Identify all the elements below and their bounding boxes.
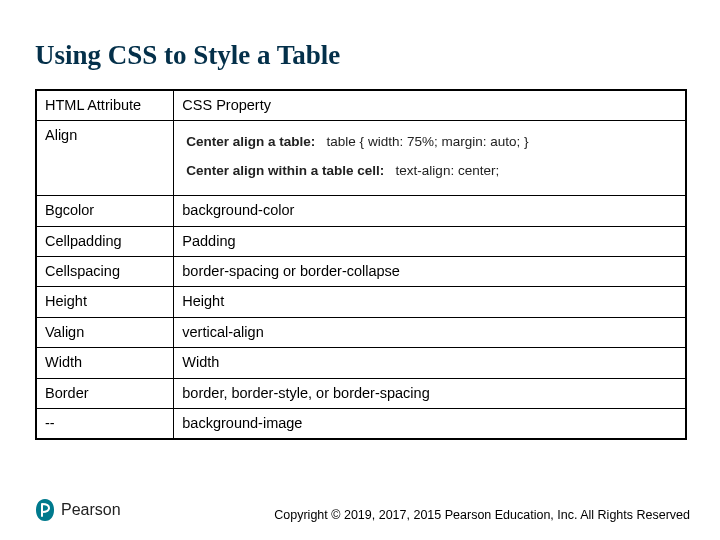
cell-align-css: Center align a table: table { width: 75%… [174, 121, 686, 196]
align-example-2-label: Center align within a table cell: [186, 163, 384, 178]
align-example-2-code: text-align: center; [396, 163, 500, 178]
table-header-row: HTML Attribute CSS Property [36, 90, 686, 121]
cell-css: background-color [174, 196, 686, 226]
slide: Using CSS to Style a Table HTML Attribut… [0, 0, 720, 540]
align-examples: Center align a table: table { width: 75%… [182, 127, 677, 189]
cell-css: Padding [174, 226, 686, 256]
cell-attr: -- [36, 408, 174, 439]
table-row: -- background-image [36, 408, 686, 439]
cell-css: Height [174, 287, 686, 317]
table-row: Cellspacing border-spacing or border-col… [36, 256, 686, 286]
cell-attr: Bgcolor [36, 196, 174, 226]
cell-attr: Border [36, 378, 174, 408]
th-html-attribute: HTML Attribute [36, 90, 174, 121]
table-row-align: Align Center align a table: table { widt… [36, 121, 686, 196]
pearson-logo-icon [35, 498, 55, 522]
cell-attr: Valign [36, 317, 174, 347]
cell-css: background-image [174, 408, 686, 439]
th-css-property: CSS Property [174, 90, 686, 121]
css-table: HTML Attribute CSS Property Align Center… [35, 89, 687, 440]
copyright: Copyright © 2019, 2017, 2015 Pearson Edu… [274, 508, 690, 522]
align-example-1-code: table { width: 75%; margin: auto; } [327, 134, 529, 149]
brand: Pearson [35, 498, 121, 522]
table-row: Height Height [36, 287, 686, 317]
cell-css: Width [174, 348, 686, 378]
cell-css: border-spacing or border-collapse [174, 256, 686, 286]
page-title: Using CSS to Style a Table [35, 40, 690, 71]
align-example-2: Center align within a table cell: text-a… [186, 162, 673, 181]
align-example-1: Center align a table: table { width: 75%… [186, 133, 673, 152]
cell-attr: Cellspacing [36, 256, 174, 286]
table-row: Bgcolor background-color [36, 196, 686, 226]
table-row: Width Width [36, 348, 686, 378]
footer: Pearson Copyright © 2019, 2017, 2015 Pea… [35, 498, 690, 522]
table-row: Cellpadding Padding [36, 226, 686, 256]
table-row: Border border, border-style, or border-s… [36, 378, 686, 408]
cell-css: border, border-style, or border-spacing [174, 378, 686, 408]
cell-align-attr: Align [36, 121, 174, 196]
cell-attr: Cellpadding [36, 226, 174, 256]
brand-name: Pearson [61, 501, 121, 519]
cell-attr: Width [36, 348, 174, 378]
cell-attr: Height [36, 287, 174, 317]
cell-css: vertical-align [174, 317, 686, 347]
align-example-1-label: Center align a table: [186, 134, 315, 149]
table-row: Valign vertical-align [36, 317, 686, 347]
